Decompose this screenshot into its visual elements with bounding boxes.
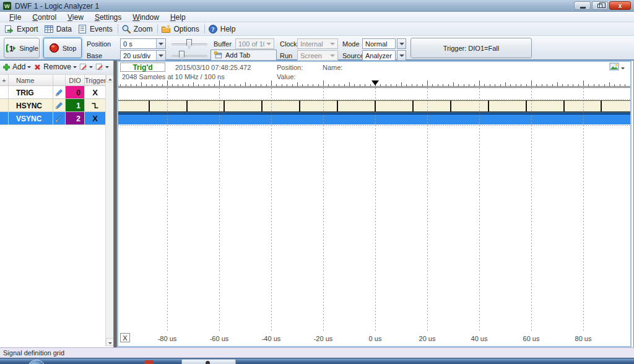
chevron-down-icon (328, 39, 337, 48)
chevron-down-icon[interactable] (105, 66, 109, 70)
source-dropdown-button[interactable] (397, 50, 406, 61)
chevron-down-icon[interactable] (89, 66, 93, 70)
position-slider[interactable] (172, 39, 207, 50)
toolbar-data-button[interactable]: Data (42, 24, 76, 35)
menu-item-help[interactable]: Help (165, 12, 191, 23)
signal-table-scrollbar[interactable] (105, 74, 113, 346)
table-row-hsync[interactable]: HSYNC1 (0, 99, 105, 112)
menu-item-file[interactable]: File (4, 12, 27, 23)
toolbar-export-button[interactable]: Export (2, 24, 42, 35)
trigger-button[interactable]: Trigger: DIO1=Fall (410, 38, 532, 58)
capture-timestamp: 2015/03/10 07:48:25.472 (175, 64, 251, 71)
trigger-marker-icon[interactable] (371, 80, 379, 89)
add-tab-label: Add Tab (225, 51, 250, 59)
mode-select[interactable]: Normal (362, 38, 396, 49)
chevron-down-icon[interactable] (156, 39, 165, 48)
base-slider[interactable] (172, 51, 207, 61)
column-header-trigger[interactable]: Trigger (85, 75, 105, 86)
trigger-setting[interactable]: X (85, 86, 105, 99)
column-header-edit[interactable] (53, 75, 66, 86)
hsync-pulse (186, 100, 188, 111)
table-row-trig[interactable]: TRIG0X (0, 86, 105, 99)
edit-signal-cell[interactable] (53, 86, 66, 99)
chevron-down-icon (264, 39, 274, 48)
minimize-icon (580, 7, 586, 9)
control-bar: 1 Single Stop Position 0 s Base 20 us/di… (0, 36, 634, 61)
minimize-button[interactable] (574, 1, 591, 10)
toolbar-options-button[interactable]: Options (159, 24, 202, 35)
vsync-high-trace (118, 113, 630, 115)
edit-signal-cell[interactable] (53, 112, 66, 125)
pencil-icon (55, 89, 63, 97)
toolbar-help-button[interactable]: ?Help (206, 24, 240, 35)
position-value: 0 s (123, 40, 132, 48)
menu-item-settings[interactable]: Settings (89, 12, 127, 23)
row-separator (118, 125, 630, 126)
position-select[interactable]: 0 s (120, 38, 166, 49)
dio-number[interactable]: 1 (66, 99, 85, 112)
signal-name[interactable]: HSYNC (9, 99, 53, 112)
trigger-setting[interactable]: X (85, 112, 105, 125)
table-row-vsync[interactable]: VSYNC2X (0, 112, 105, 125)
export-image-button[interactable] (609, 63, 619, 71)
chevron-down-icon[interactable] (73, 66, 77, 70)
hsync-pulse (601, 100, 602, 111)
signal-name[interactable]: TRIG (9, 86, 53, 99)
slider-thumb[interactable] (179, 51, 185, 61)
chevron-down-icon[interactable] (27, 66, 31, 70)
single-button[interactable]: 1 Single (4, 38, 40, 58)
add-tab-button[interactable]: Add Tab (211, 50, 277, 61)
ruler-tick (167, 80, 168, 86)
mode-dropdown-button[interactable] (397, 38, 406, 49)
chevron-down-icon[interactable] (156, 51, 165, 60)
hsync-pulse (299, 100, 300, 111)
clock-value: Internal (300, 40, 323, 48)
column-header-name[interactable]: Name (9, 75, 53, 86)
base-select[interactable]: 20 us/div (120, 50, 166, 61)
start-button[interactable] (27, 360, 46, 364)
taskbar-active-app[interactable] (181, 359, 236, 364)
svg-text:1: 1 (9, 44, 14, 53)
toolbar-label: Help (220, 25, 236, 33)
pencil-icon (55, 102, 63, 110)
title-bar[interactable]: W DWF 1 - Logic Analyzer 1 x (0, 0, 634, 12)
axis-tick-label: -20 us (308, 335, 338, 342)
falling-edge-icon (90, 102, 100, 110)
x-axis-mode-box[interactable]: X (120, 333, 130, 342)
toolbar-zoom-button[interactable]: Zoom (119, 24, 157, 35)
remove-signal-button[interactable]: Remove (33, 63, 77, 71)
base-label: Base (87, 52, 102, 59)
taskbar-app-icon[interactable] (144, 360, 154, 364)
column-header-dio[interactable]: DIO (66, 75, 85, 86)
trigger-setting[interactable] (85, 99, 105, 112)
dio-number[interactable]: 0 (66, 86, 85, 99)
events-icon (77, 24, 87, 34)
menu-item-control[interactable]: Control (27, 12, 62, 23)
slider-thumb[interactable] (186, 39, 192, 49)
tab-trigd[interactable]: Trig'd (120, 63, 165, 72)
chevron-down-icon (328, 51, 337, 60)
slider-track (172, 55, 207, 57)
waveform-area[interactable]: -80 us-60 us-40 us-20 us0 us20 us40 us60… (118, 79, 630, 346)
pencil-icon (55, 115, 63, 123)
edit-signal-cell[interactable] (53, 99, 66, 112)
edit-bus-button[interactable] (95, 63, 110, 71)
edit-icon (95, 63, 103, 71)
app-logo-icon: W (2, 1, 12, 11)
chevron-down-icon[interactable] (621, 67, 625, 71)
toolbar-events-button[interactable]: Events (76, 24, 116, 35)
signal-name[interactable]: VSYNC (9, 112, 53, 125)
dio-number[interactable]: 2 (66, 112, 85, 125)
menu-item-view[interactable]: View (62, 12, 89, 23)
restore-button[interactable] (592, 1, 608, 10)
edit-signal-button[interactable] (79, 63, 93, 71)
clock-select: Internal (297, 38, 338, 49)
stop-icon (49, 43, 59, 53)
column-header-plus[interactable]: + (0, 75, 9, 86)
add-signal-button[interactable]: Add (2, 63, 32, 71)
close-button[interactable]: x (609, 1, 631, 10)
stop-button[interactable]: Stop (43, 38, 82, 58)
menu-item-window[interactable]: Window (127, 12, 165, 23)
status-bar: Signal definition grid (0, 347, 634, 358)
source-select[interactable]: Analyzer (362, 50, 396, 61)
